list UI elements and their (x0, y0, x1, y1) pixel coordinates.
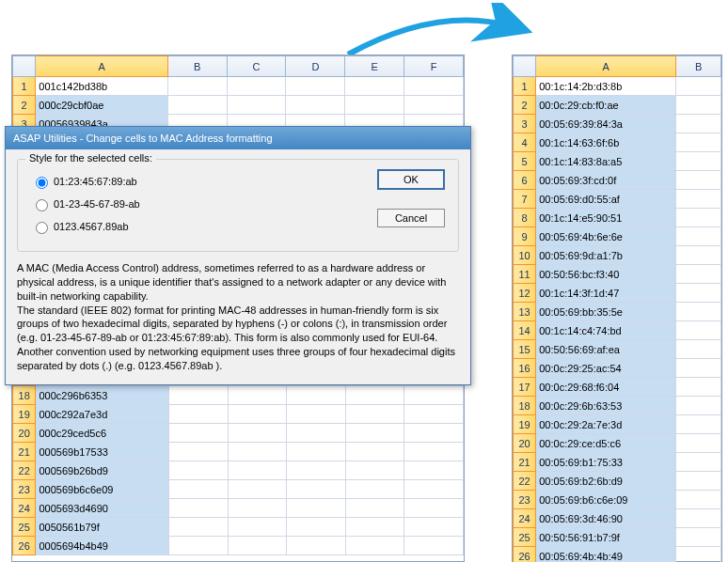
cancel-button[interactable]: Cancel (377, 209, 445, 227)
cell[interactable] (676, 528, 721, 547)
cell[interactable]: 00:1c:14:2b:d3:8b (536, 77, 676, 96)
row-header[interactable]: 14 (514, 321, 536, 340)
select-all-corner[interactable] (514, 56, 536, 77)
row-header[interactable]: 24 (514, 509, 536, 528)
cell[interactable] (676, 453, 721, 472)
cell[interactable] (676, 190, 721, 209)
row-header[interactable]: 19 (13, 405, 36, 424)
row-header[interactable]: 25 (514, 528, 536, 547)
row-header[interactable]: 7 (514, 190, 536, 209)
cell[interactable]: 00:50:56:bc:f3:40 (536, 265, 676, 284)
cell[interactable] (676, 509, 721, 528)
cell[interactable]: 0005694b4b49 (36, 537, 169, 555)
row-header[interactable]: 21 (514, 453, 536, 472)
right-spreadsheet[interactable]: A B 100:1c:14:2b:d3:8b200:0c:29:cb:f0:ae… (512, 55, 722, 562)
cell[interactable]: 00:05:69:b2:6b:d9 (536, 472, 676, 491)
cell[interactable]: 00:1c:14:83:8a:a5 (536, 152, 676, 171)
col-header-a[interactable]: A (36, 56, 167, 77)
cell[interactable] (676, 472, 721, 491)
cell[interactable] (676, 491, 721, 509)
cell[interactable]: 00:50:56:91:b7:9f (536, 528, 676, 547)
row-header[interactable]: 1 (514, 77, 536, 96)
row-header[interactable]: 18 (13, 386, 36, 405)
cell[interactable]: 00:0c:29:ce:d5:c6 (536, 434, 676, 453)
row-header[interactable]: 15 (514, 340, 536, 359)
cell[interactable] (676, 415, 721, 434)
cell[interactable]: 00:50:56:69:af:ea (536, 340, 676, 359)
col-header-f[interactable]: F (404, 56, 464, 77)
row-header[interactable]: 11 (514, 265, 536, 284)
cell[interactable]: 00:05:69:b6:c6e:09 (536, 491, 676, 509)
cell[interactable] (676, 359, 721, 378)
cell[interactable]: 00:0c:29:25:ac:54 (536, 359, 676, 378)
cell[interactable] (676, 265, 721, 284)
row-header[interactable]: 4 (514, 133, 536, 152)
cell[interactable]: 00:1c:14:3f:1d:47 (536, 284, 676, 303)
row-header[interactable]: 18 (514, 397, 536, 415)
cell[interactable] (676, 340, 721, 359)
cell[interactable] (676, 171, 721, 190)
cell[interactable] (676, 152, 721, 171)
cell[interactable]: 000c29ced5c6 (36, 424, 169, 443)
row-header[interactable]: 10 (514, 246, 536, 265)
row-header[interactable]: 23 (514, 491, 536, 509)
row-header[interactable]: 22 (514, 472, 536, 491)
cell[interactable]: 00:1c:14:e5:90:51 (536, 209, 676, 227)
cell[interactable] (676, 303, 721, 321)
row-header[interactable]: 16 (514, 359, 536, 378)
cell[interactable]: 00:1c:14:63:6f:6b (536, 133, 676, 152)
select-all-corner[interactable] (13, 56, 36, 77)
cell[interactable]: 00:05:69:d0:55:af (536, 190, 676, 209)
cell[interactable] (676, 96, 721, 115)
col-header-a[interactable]: A (536, 56, 676, 77)
cell[interactable]: 00:1c:14:c4:74:bd (536, 321, 676, 340)
cell[interactable] (676, 284, 721, 303)
cell[interactable] (676, 227, 721, 246)
cell[interactable]: 00:05:69:9d:a1:7b (536, 246, 676, 265)
row-header[interactable]: 3 (514, 115, 536, 133)
cell[interactable]: 000569b6c6e09 (36, 480, 169, 499)
cell[interactable]: 000c29cbf0ae (36, 96, 167, 115)
row-header[interactable]: 8 (514, 209, 536, 227)
ok-button[interactable]: OK (377, 169, 445, 190)
cell[interactable]: 00:05:69:bb:35:5e (536, 303, 676, 321)
row-header[interactable]: 13 (514, 303, 536, 321)
row-header[interactable]: 20 (514, 434, 536, 453)
cell[interactable] (676, 133, 721, 152)
cell[interactable] (676, 246, 721, 265)
row-header[interactable]: 20 (13, 424, 36, 443)
cell[interactable]: 0050561b79f (36, 518, 169, 537)
cell[interactable]: 000c292a7e3d (36, 405, 169, 424)
row-header[interactable]: 2 (13, 96, 36, 115)
cell[interactable]: 00:05:69:39:84:3a (536, 115, 676, 133)
row-header[interactable]: 9 (514, 227, 536, 246)
row-header[interactable]: 12 (514, 284, 536, 303)
cell[interactable]: 00:0c:29:68:f6:04 (536, 378, 676, 397)
cell[interactable]: 00:0c:29:6b:63:53 (536, 397, 676, 415)
cell[interactable] (676, 321, 721, 340)
cell[interactable]: 00:05:69:b1:75:33 (536, 453, 676, 472)
row-header[interactable]: 26 (13, 537, 36, 555)
row-header[interactable]: 21 (13, 443, 36, 461)
row-header[interactable]: 23 (13, 480, 36, 499)
cell[interactable] (676, 397, 721, 415)
col-header-d[interactable]: D (286, 56, 345, 77)
row-header[interactable]: 24 (13, 499, 36, 518)
cell[interactable]: 001c142bd38b (36, 77, 167, 96)
cell[interactable] (676, 547, 721, 563)
cell[interactable]: 00:05:69:3d:46:90 (536, 509, 676, 528)
col-header-c[interactable]: C (227, 56, 286, 77)
cell[interactable] (676, 115, 721, 133)
cell[interactable] (676, 209, 721, 227)
col-header-e[interactable]: E (345, 56, 404, 77)
row-header[interactable]: 26 (514, 547, 536, 563)
cell[interactable]: 000569b17533 (36, 443, 169, 461)
cell[interactable]: 000569b26bd9 (36, 461, 169, 480)
cell[interactable]: 000c296b6353 (36, 386, 169, 405)
row-header[interactable]: 1 (13, 77, 36, 96)
row-header[interactable]: 19 (514, 415, 536, 434)
row-header[interactable]: 22 (13, 461, 36, 480)
row-header[interactable]: 17 (514, 378, 536, 397)
cell[interactable] (676, 434, 721, 453)
cell[interactable] (676, 77, 721, 96)
